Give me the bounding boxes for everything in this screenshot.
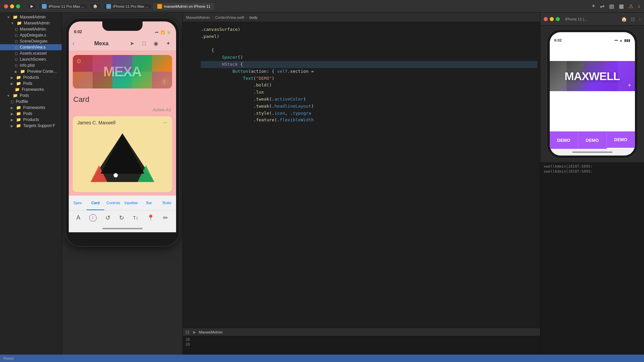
sidebar-item-contentview[interactable]: ◻ ContentView.s — [0, 44, 62, 50]
sidebar-item-frameworks-1[interactable]: 📁 Frameworks — [0, 86, 62, 93]
sidebar-item-targets[interactable]: ▶ 📁 Targets Support F — [0, 123, 62, 129]
sidebar-item-maxwelladmin-group[interactable]: ▼ 📁 MaxwellAdmin — [0, 20, 62, 26]
tab-controls[interactable]: Controls — [104, 196, 122, 210]
right-min-button[interactable] — [550, 17, 554, 21]
sidebar-item-launchscreen[interactable]: ◻ LaunchScreen. — [0, 56, 62, 62]
sidebar-item-products-2[interactable]: ▶ 📁 Products — [0, 117, 62, 123]
eye-icon[interactable]: ◉ — [152, 40, 160, 47]
layout-icon[interactable]: ▤ — [609, 3, 614, 9]
phone-nav-bar: ‹ Mexa ➤ □ ◉ ✦ — [69, 36, 176, 51]
sidebar-item-maxwelladmin-root[interactable]: ▼ 📁 MaxwellAdmin — [0, 14, 62, 20]
right-device-icon[interactable]: ⊡ — [631, 16, 635, 22]
top-bar-icons: + ⇌ ▤ ▦ ⚠ 1 — [592, 3, 640, 10]
right-max-button[interactable] — [556, 17, 560, 21]
tab-home[interactable]: 🏠 — [89, 3, 101, 9]
draw-icon[interactable]: ✏ — [163, 214, 168, 222]
sidebar-item-preview-content[interactable]: ▶ 📁 Preview Conte... — [0, 68, 62, 74]
sidebar-item-frameworks-2[interactable]: ▶ 📁 Frameworks — [0, 105, 62, 111]
folder-icon: 📁 — [15, 87, 20, 92]
send-debug-icon[interactable]: ➤ — [192, 329, 196, 335]
tab-device-1[interactable]: iPhone 11 Pro Max ... — [38, 3, 88, 10]
tab-spex[interactable]: Spex — [69, 196, 87, 210]
add-icon[interactable]: + — [592, 3, 595, 10]
info-icon[interactable]: i — [89, 214, 97, 222]
phone-nav-icons: ➤ □ ◉ ✦ — [128, 40, 172, 47]
debug-area: ⊡ ➤ MaxwellAdmin 20 20 — [183, 328, 540, 355]
mexa-title: MEXA — [103, 64, 141, 80]
mexa-card: ⚙ MEXA ₿ — [73, 55, 172, 88]
breadcrumb-bar: MaxwellAdmin › ContentView.swift › body — [183, 13, 540, 22]
folder-icon: 📁 — [16, 75, 21, 80]
tab-button[interactable]: Butto — [158, 196, 176, 210]
tab-card[interactable]: Card — [87, 196, 104, 210]
window-controls — [4, 4, 20, 8]
sidebar-item-maxwelladmin-file[interactable]: ◻ MaxwellAdmin. — [0, 26, 62, 32]
debug-bar: ⊡ ➤ MaxwellAdmin — [183, 328, 540, 336]
sidebar-item-podfile[interactable]: ◻ Podfile — [0, 99, 62, 105]
disclosure-icon: ▶ — [11, 112, 13, 116]
maximize-button[interactable] — [16, 4, 20, 8]
send-icon[interactable]: ➤ — [128, 40, 136, 47]
right-close-button[interactable] — [544, 17, 548, 21]
console-icon[interactable]: ⊡ — [185, 329, 190, 335]
right-home-bar — [572, 152, 612, 153]
banner-sq-1 — [550, 61, 567, 91]
split-icon[interactable]: ⇌ — [600, 3, 604, 9]
wifi-icon: 📶 — [161, 31, 165, 34]
sidebar-item-pods-2[interactable]: ▶ 📁 Pods — [0, 111, 62, 117]
breadcrumb-contentview[interactable]: ContentView.swift — [215, 15, 245, 19]
right-home-icon[interactable]: 🏠 — [621, 16, 627, 22]
sun-icon[interactable]: ✦ — [164, 40, 172, 47]
tab-bar[interactable]: Bar — [140, 196, 158, 210]
undo-icon[interactable]: ↺ — [105, 214, 110, 222]
breadcrumb-maxwelladmin[interactable]: MaxwellAdmin — [186, 15, 210, 19]
minimize-button[interactable] — [10, 4, 14, 8]
disclosure-icon: ▶ — [11, 118, 13, 122]
debug-log-text-1: xwellAdmin[18107:5095: — [544, 164, 593, 169]
main-content: ▼ 📁 MaxwellAdmin ▼ 📁 MaxwellAdmin ◻ Maxw… — [0, 13, 644, 355]
back-button[interactable]: ‹ — [73, 41, 74, 47]
card-label: Card — [69, 93, 176, 107]
demo-button-2[interactable]: DEMO — [578, 131, 607, 149]
sidebar-item-products-1[interactable]: ▶ 📁 Products — [0, 74, 62, 80]
left-phone-simulator: 6:02 ••• 📶 🔋 ‹ Mexa ➤ □ ◉ ✦ — [62, 13, 183, 355]
sidebar-item-pods-root[interactable]: ▼ 📁 Pods — [0, 93, 62, 99]
code-line — [183, 40, 540, 47]
sidebar-item-infoplist[interactable]: ◻ Info.plist — [0, 62, 62, 68]
redo-icon[interactable]: ↻ — [119, 214, 124, 222]
sidebar-item-assets[interactable]: ◻ Assets.xcasset — [0, 50, 62, 56]
tab-active[interactable]: maxwellAdmin on iPhone 11 — [154, 3, 214, 10]
phone-nav-title: Mexa — [94, 40, 109, 47]
folder-icon: 📁 — [16, 105, 21, 110]
tab-inputbar[interactable]: Inputbar — [122, 196, 140, 210]
swift-file-icon: ◻ — [15, 27, 18, 32]
close-button[interactable] — [4, 4, 8, 8]
tab-run[interactable]: ▶ — [27, 3, 37, 9]
code-line: .lux — [183, 89, 540, 96]
disclosure-icon: ▼ — [7, 94, 10, 98]
text-size-icon[interactable]: T↕ — [133, 215, 138, 221]
code-line: .style(.icon, .typogra — [183, 110, 540, 117]
color-triangle — [77, 128, 167, 189]
sidebar-item-scenedelegate[interactable]: ◻ SceneDelegate. — [0, 38, 62, 44]
breadcrumb-sep-2: › — [246, 15, 248, 19]
right-chevron-icon[interactable]: › — [639, 16, 641, 22]
book-icon[interactable]: □ — [140, 40, 148, 47]
sidebar-item-appdelegate[interactable]: ◻ AppDelegate.s — [0, 32, 62, 38]
location-icon[interactable]: 📍 — [147, 214, 154, 222]
storyboard-file-icon: ◻ — [15, 57, 18, 62]
phone-notch — [102, 21, 143, 31]
phone-tab-bar: Spex Card Controls Inputbar Bar Butto — [69, 195, 176, 210]
demo-bar: DEMO DEMO DEMO — [550, 131, 635, 149]
demo-button-1[interactable]: DEMO — [550, 131, 578, 149]
more-icon[interactable]: ··· — [163, 120, 167, 126]
demo-button-3[interactable]: DEMO — [607, 131, 635, 149]
swift-file-icon: ◻ — [15, 39, 18, 44]
sidebar-item-pods-1[interactable]: ▶ 📁 Pods — [0, 80, 62, 86]
code-line: .tweak(.activeColor) — [183, 96, 540, 103]
signal-icon: ••• — [155, 31, 159, 34]
panel-icon[interactable]: ▦ — [619, 3, 624, 9]
tab-device-2[interactable]: iPhone 11 Pro Max ... — [103, 3, 152, 10]
text-icon[interactable]: A — [76, 214, 80, 221]
right-phone-status-icons: ••• ▲ ▮▮▮ — [614, 39, 630, 42]
